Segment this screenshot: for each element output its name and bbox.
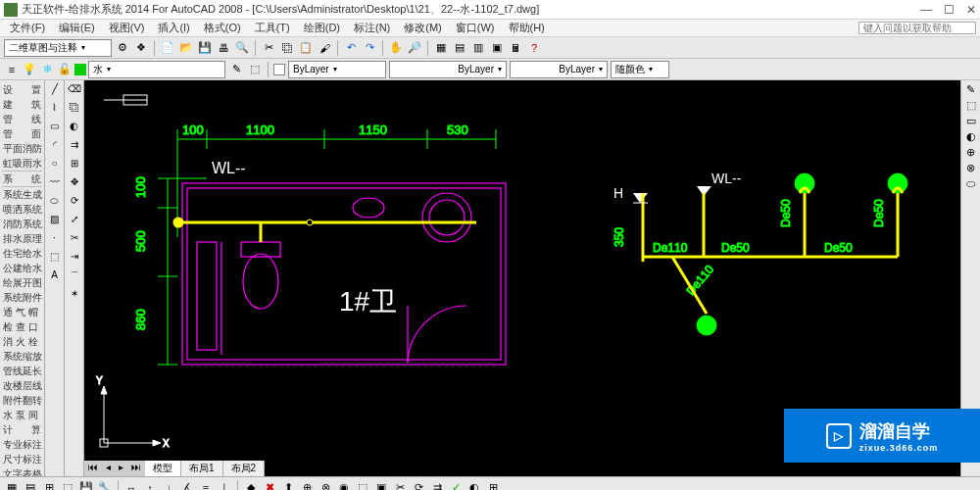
undo-icon[interactable]: ↶ — [343, 40, 359, 56]
rt-6-icon[interactable]: ⊗ — [966, 162, 975, 174]
side-item-12[interactable]: 公建给水 — [2, 261, 42, 275]
open-icon[interactable]: 📂 — [178, 40, 194, 56]
bt-icon[interactable]: ⊕ — [299, 480, 315, 491]
bt-icon[interactable]: ↕ — [142, 480, 158, 491]
menu-dim[interactable]: 标注(N) — [348, 21, 396, 35]
layers-icon[interactable]: ❖ — [133, 40, 149, 56]
menu-draw[interactable]: 绘图(D) — [298, 21, 346, 35]
color-box[interactable] — [273, 64, 285, 75]
point-icon[interactable]: · — [47, 232, 63, 248]
side-item-15[interactable]: 通 气 帽 — [2, 305, 42, 319]
side-item-3[interactable]: 管面 — [2, 126, 42, 141]
bt-icon[interactable]: 🔧 — [97, 480, 113, 491]
bt-icon[interactable]: ✖ — [262, 480, 277, 491]
side-item-2[interactable]: 管线 — [2, 112, 42, 126]
side-item-22[interactable]: 水 泵 间 — [2, 408, 42, 422]
side-item-26[interactable]: 文字表格 — [2, 466, 42, 476]
save-icon[interactable]: 💾 — [197, 40, 213, 56]
tab-last-icon[interactable]: ⏭ — [127, 461, 145, 476]
menu-file[interactable]: 文件(F) — [4, 21, 51, 35]
linetype-dropdown[interactable]: ByLayer — [389, 61, 507, 78]
rect-icon[interactable]: ▭ — [47, 121, 63, 136]
rt-1-icon[interactable]: ✎ — [966, 83, 975, 96]
menu-modify[interactable]: 修改(M) — [398, 21, 448, 35]
layer-state-icon[interactable]: ⬚ — [247, 62, 263, 77]
side-item-7[interactable]: 系统生成 — [2, 186, 42, 202]
workspace-dropdown[interactable]: 二维草图与注释 — [4, 39, 112, 57]
text-icon[interactable]: A — [47, 270, 63, 285]
bt-icon[interactable]: 💾 — [78, 480, 94, 491]
tab-first-icon[interactable]: ⏮ — [84, 461, 102, 476]
paste-icon[interactable]: 📋 — [298, 40, 314, 56]
grid3-icon[interactable]: ▥ — [470, 40, 486, 56]
sheet-icon[interactable]: ▣ — [489, 40, 505, 56]
minimize-button[interactable]: — — [920, 3, 932, 17]
help-search-input[interactable] — [858, 22, 976, 34]
side-item-8[interactable]: 喷洒系统 — [2, 202, 42, 217]
calc-icon[interactable]: 🖩 — [508, 40, 523, 56]
bt-icon[interactable]: ⬆ — [280, 480, 296, 491]
bulb-icon[interactable]: 💡 — [22, 62, 37, 77]
layer-tool-icon[interactable]: ✎ — [228, 62, 244, 77]
tab-layout2[interactable]: 布局2 — [223, 461, 266, 476]
scale-icon[interactable]: ⤢ — [67, 214, 82, 229]
tab-prev-icon[interactable]: ◂ — [102, 461, 115, 476]
bt-icon[interactable]: ◆ — [243, 480, 259, 491]
lock-icon[interactable]: 🔓 — [57, 62, 73, 77]
grid2-icon[interactable]: ▤ — [452, 40, 467, 56]
bt-icon[interactable]: ▤ — [23, 480, 38, 491]
tab-model[interactable]: 模型 — [145, 461, 181, 476]
freeze-icon[interactable]: ❄ — [39, 62, 55, 77]
erase-icon[interactable]: ⌫ — [67, 83, 82, 99]
bt-icon[interactable]: ⊞ — [41, 480, 57, 491]
menu-edit[interactable]: 编辑(E) — [53, 21, 101, 35]
side-item-9[interactable]: 消防系统 — [2, 217, 42, 231]
tab-next-icon[interactable]: ▸ — [115, 461, 127, 476]
ellipse-icon[interactable]: ⬭ — [47, 195, 63, 211]
rt-4-icon[interactable]: ◐ — [966, 130, 976, 143]
side-item-14[interactable]: 系统附件 — [2, 290, 42, 305]
pan-icon[interactable]: ✋ — [388, 40, 404, 56]
side-item-1[interactable]: 建筑 — [2, 97, 42, 112]
bt-icon[interactable]: ▦ — [4, 480, 20, 491]
copy-icon[interactable]: ⿻ — [279, 40, 295, 56]
bt-icon[interactable]: ✓ — [448, 480, 464, 491]
rt-7-icon[interactable]: ⬭ — [966, 177, 975, 190]
match-icon[interactable]: 🖌 — [317, 40, 332, 56]
arc-icon[interactable]: ◜ — [47, 139, 63, 155]
array-icon[interactable]: ⊞ — [67, 158, 82, 173]
rt-2-icon[interactable]: ⬚ — [966, 99, 976, 112]
help-icon[interactable]: ? — [526, 40, 542, 56]
bt-icon[interactable]: ∡ — [179, 480, 195, 491]
extend-icon[interactable]: ⇥ — [67, 251, 82, 267]
bt-icon[interactable]: ⇉ — [429, 480, 445, 491]
bt-icon[interactable]: ⬚ — [60, 480, 75, 491]
menu-help[interactable]: 帮助(H) — [503, 21, 551, 35]
trim-icon[interactable]: ✂ — [67, 232, 82, 248]
circle-icon[interactable]: ○ — [47, 158, 63, 173]
side-item-6[interactable]: 系统 — [2, 171, 42, 186]
line-icon[interactable]: ╱ — [47, 83, 63, 99]
menu-window[interactable]: 窗口(W) — [450, 21, 501, 35]
plotstyle-dropdown[interactable]: 随颜色 — [611, 61, 669, 78]
side-item-17[interactable]: 消 火 栓 — [2, 334, 42, 349]
bt-icon[interactable]: ⊞ — [485, 480, 501, 491]
bt-icon[interactable]: ≡ — [198, 480, 214, 491]
side-item-23[interactable]: 计算 — [2, 422, 42, 437]
zoom-icon[interactable]: 🔎 — [407, 40, 422, 56]
rt-5-icon[interactable]: ⊕ — [966, 146, 975, 159]
color-bylayer-dropdown[interactable]: ByLayer — [288, 61, 386, 78]
bt-icon[interactable]: ⟂ — [161, 480, 176, 491]
layer-manager-icon[interactable]: ≡ — [4, 62, 20, 77]
menu-tools[interactable]: 工具(T) — [249, 21, 296, 35]
layer-color-box[interactable] — [74, 64, 86, 75]
menu-view[interactable]: 视图(V) — [103, 21, 151, 35]
side-item-20[interactable]: 改楼层线 — [2, 378, 42, 393]
side-item-24[interactable]: 专业标注 — [2, 437, 42, 452]
redo-icon[interactable]: ↷ — [362, 40, 377, 56]
pline-icon[interactable]: ⌇ — [47, 102, 63, 118]
tab-layout1[interactable]: 布局1 — [181, 461, 223, 476]
cut-icon[interactable]: ✂ — [261, 40, 276, 56]
bt-icon[interactable]: ✂ — [392, 480, 408, 491]
close-button[interactable]: ✕ — [966, 3, 976, 17]
